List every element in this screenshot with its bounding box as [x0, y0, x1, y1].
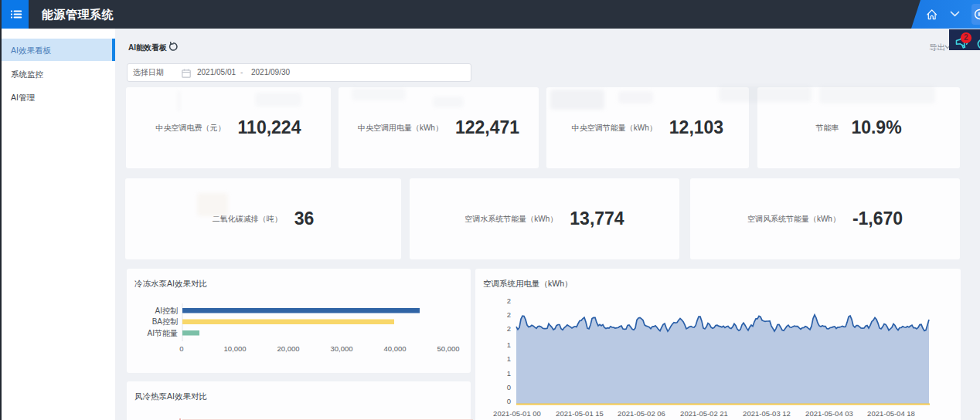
svg-text:2021-05-04 03: 2021-05-04 03: [805, 409, 853, 418]
svg-text:30,000: 30,000: [330, 344, 352, 353]
svg-text:2021-05-04 18: 2021-05-04 18: [867, 409, 915, 418]
svg-text:BA控制: BA控制: [152, 317, 178, 326]
svg-text:2: 2: [507, 324, 511, 333]
svg-text:2: 2: [507, 310, 511, 319]
svg-text:2021-05-02 21: 2021-05-02 21: [680, 409, 728, 418]
svg-text:2: 2: [507, 296, 511, 305]
svg-text:2021-05-01 00: 2021-05-01 00: [493, 409, 541, 418]
svg-text:2021-05-03 12: 2021-05-03 12: [743, 409, 791, 418]
svg-text:40,000: 40,000: [383, 344, 406, 353]
svg-text:20,000: 20,000: [277, 344, 299, 353]
svg-text:1: 1: [507, 369, 511, 378]
svg-text:2021-05-02 06: 2021-05-02 06: [618, 409, 665, 418]
svg-text:1: 1: [507, 340, 511, 349]
svg-text:2021-05-01 15: 2021-05-01 15: [556, 409, 604, 418]
svg-text:50,000: 50,000: [437, 344, 459, 353]
svg-text:1: 1: [507, 354, 511, 363]
svg-text:AI控制: AI控制: [155, 307, 178, 315]
svg-text:10,000: 10,000: [223, 344, 246, 353]
svg-text:0: 0: [507, 397, 511, 405]
svg-text:0: 0: [507, 383, 511, 391]
svg-text:AI节能量: AI节能量: [148, 329, 178, 337]
svg-text:0: 0: [179, 344, 183, 353]
